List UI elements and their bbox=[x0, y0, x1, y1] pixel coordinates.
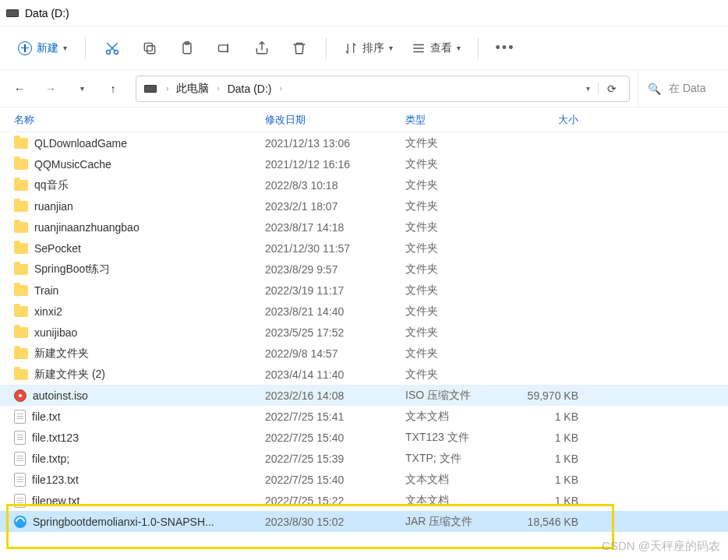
plus-circle-icon bbox=[18, 41, 32, 55]
separator bbox=[85, 37, 86, 59]
file-row[interactable]: 新建文件夹2022/9/8 14:57文件夹 bbox=[0, 343, 728, 364]
file-row[interactable]: file123.txt2022/7/25 15:40文本文档1 KB bbox=[0, 469, 728, 490]
file-row[interactable]: ruanjian2023/2/1 18:07文件夹 bbox=[0, 195, 728, 217]
file-row[interactable]: SpringBoot练习2023/8/29 9:57文件夹 bbox=[0, 259, 728, 280]
file-row[interactable]: file.txt2022/7/25 15:41文本文档1 KB bbox=[0, 406, 728, 427]
file-type: 文件夹 bbox=[405, 199, 514, 213]
file-date: 2023/2/16 14:08 bbox=[265, 389, 405, 402]
file-icon bbox=[14, 473, 26, 487]
file-name: ruanjinaanzhuangbao bbox=[34, 221, 140, 234]
column-header-name[interactable]: 名称 bbox=[0, 113, 265, 127]
cut-button[interactable] bbox=[95, 33, 129, 64]
file-row[interactable]: xunijibao2023/5/25 17:52文件夹 bbox=[0, 322, 728, 343]
file-type: 文件夹 bbox=[405, 347, 514, 361]
file-name: SePocket bbox=[34, 242, 81, 255]
file-row[interactable]: file.txt1232022/7/25 15:40TXT123 文件1 KB bbox=[0, 427, 728, 448]
file-date: 2023/8/17 14:18 bbox=[265, 221, 405, 234]
file-row[interactable]: autoinst.iso2023/2/16 14:08ISO 压缩文件59,97… bbox=[0, 385, 728, 406]
file-name: ruanjian bbox=[34, 200, 73, 213]
file-type: 文件夹 bbox=[405, 178, 514, 192]
file-name: file.txt123 bbox=[32, 431, 79, 444]
file-type: TXT123 文件 bbox=[405, 431, 514, 445]
more-button[interactable]: ••• bbox=[488, 33, 522, 64]
drive-icon bbox=[6, 9, 19, 17]
copy-button[interactable] bbox=[133, 33, 167, 64]
recent-button[interactable]: ▾ bbox=[67, 74, 97, 104]
file-row[interactable]: QLDownloadGame2021/12/13 13:06文件夹 bbox=[0, 132, 728, 153]
file-size: 1 KB bbox=[514, 474, 592, 486]
column-header-date[interactable]: 修改日期 bbox=[265, 113, 405, 127]
file-type: 文件夹 bbox=[405, 241, 514, 255]
forward-button[interactable]: → bbox=[36, 74, 65, 104]
file-row[interactable]: Springbootdemolianxi-1.0-SNAPSH...2023/8… bbox=[0, 511, 728, 532]
column-header-row: 名称 修改日期 类型 大小 bbox=[0, 107, 728, 132]
chevron-down-icon: ▾ bbox=[457, 44, 461, 52]
file-listing[interactable]: QLDownloadGame2021/12/13 13:06文件夹QQMusic… bbox=[0, 132, 728, 560]
file-name: Springbootdemolianxi-1.0-SNAPSH... bbox=[33, 516, 214, 528]
address-bar[interactable]: › 此电脑 › Data (D:) › ▾ ⟳ bbox=[136, 76, 630, 102]
file-name: file123.txt bbox=[32, 474, 79, 486]
search-placeholder: 在 Data bbox=[669, 82, 705, 96]
file-row[interactable]: Train2022/3/19 11:17文件夹 bbox=[0, 280, 728, 301]
file-date: 2022/8/3 10:18 bbox=[265, 179, 405, 192]
file-name: 新建文件夹 (2) bbox=[34, 368, 105, 382]
folder-icon bbox=[14, 201, 28, 212]
up-button[interactable]: ↑ bbox=[98, 74, 128, 104]
folder-icon bbox=[14, 306, 28, 317]
svg-rect-2 bbox=[147, 45, 155, 53]
file-type: 文件夹 bbox=[405, 284, 514, 298]
address-dropdown[interactable]: ▾ bbox=[581, 84, 595, 93]
refresh-button[interactable]: ⟳ bbox=[598, 83, 624, 95]
file-size: 1 KB bbox=[514, 410, 592, 423]
file-date: 2022/7/25 15:40 bbox=[265, 431, 405, 444]
title-bar: Data (D:) bbox=[0, 0, 728, 26]
breadcrumb-current[interactable]: Data (D:) bbox=[223, 79, 277, 98]
file-date: 2023/8/29 9:57 bbox=[265, 263, 405, 276]
column-header-type[interactable]: 类型 bbox=[405, 113, 514, 127]
toolbar: 新建 ▾ 排序 ▾ 查看 ▾ ••• bbox=[0, 26, 728, 70]
file-icon bbox=[14, 452, 26, 466]
window-title: Data (D:) bbox=[25, 7, 69, 19]
column-header-size[interactable]: 大小 bbox=[514, 113, 592, 127]
rename-button[interactable] bbox=[207, 33, 242, 64]
file-row[interactable]: qq音乐2022/8/3 10:18文件夹 bbox=[0, 174, 728, 195]
file-row[interactable]: SePocket2021/12/30 11:57文件夹 bbox=[0, 238, 728, 259]
new-button[interactable]: 新建 ▾ bbox=[9, 36, 76, 61]
search-box[interactable]: 🔍 在 Data bbox=[638, 70, 723, 107]
breadcrumb-root[interactable]: 此电脑 bbox=[171, 79, 214, 99]
file-date: 2023/4/14 11:40 bbox=[265, 368, 405, 381]
view-button[interactable]: 查看 ▾ bbox=[404, 37, 468, 60]
file-name: xunijibao bbox=[34, 326, 77, 339]
delete-button[interactable] bbox=[282, 33, 316, 64]
chevron-right-icon: › bbox=[279, 84, 281, 93]
file-size: 1 KB bbox=[514, 453, 592, 465]
file-type: 文本文档 bbox=[405, 410, 514, 424]
back-button[interactable]: ← bbox=[5, 74, 34, 104]
folder-icon bbox=[14, 243, 28, 254]
file-date: 2021/12/12 16:16 bbox=[265, 158, 405, 171]
view-icon bbox=[412, 41, 426, 55]
file-type: TXTP; 文件 bbox=[405, 452, 514, 466]
file-type: 文件夹 bbox=[405, 220, 514, 234]
file-row[interactable]: file.txtp;2022/7/25 15:39TXTP; 文件1 KB bbox=[0, 448, 728, 469]
folder-icon bbox=[14, 264, 28, 275]
folder-icon bbox=[14, 159, 28, 170]
file-row[interactable]: QQMusicCache2021/12/12 16:16文件夹 bbox=[0, 153, 728, 174]
paste-button[interactable] bbox=[170, 33, 204, 64]
chevron-right-icon: › bbox=[166, 84, 168, 93]
file-name: file.txtp; bbox=[32, 453, 69, 465]
file-type: 文件夹 bbox=[405, 326, 514, 340]
file-name: xinxi2 bbox=[34, 305, 62, 318]
file-row[interactable]: ruanjinaanzhuangbao2023/8/17 14:18文件夹 bbox=[0, 217, 728, 238]
file-row[interactable]: 新建文件夹 (2)2023/4/14 11:40文件夹 bbox=[0, 364, 728, 385]
file-type: 文件夹 bbox=[405, 157, 514, 171]
file-row[interactable]: xinxi22023/8/21 14:40文件夹 bbox=[0, 301, 728, 322]
file-icon bbox=[14, 494, 26, 508]
file-type: 文件夹 bbox=[405, 368, 514, 382]
file-date: 2023/5/25 17:52 bbox=[265, 326, 405, 339]
sort-icon bbox=[344, 41, 358, 55]
file-name: SpringBoot练习 bbox=[34, 262, 110, 276]
file-row[interactable]: filenew.txt2022/7/25 15:22文本文档1 KB bbox=[0, 490, 728, 511]
share-button[interactable] bbox=[245, 33, 279, 64]
sort-button[interactable]: 排序 ▾ bbox=[336, 37, 401, 60]
